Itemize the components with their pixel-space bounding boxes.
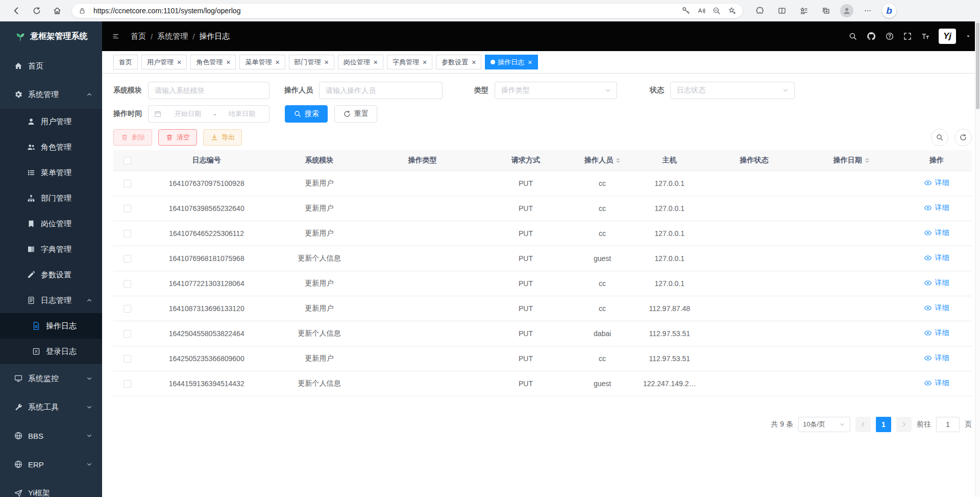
url-text[interactable]: https://ccnetcore.com:1101/system/log/op…	[93, 7, 675, 15]
sidebar-item-角色管理[interactable]: 角色管理	[0, 134, 102, 160]
sidebar-item-字典管理[interactable]: 字典管理	[0, 236, 102, 262]
tab-用户管理[interactable]: 用户管理×	[141, 55, 187, 69]
row-checkbox[interactable]	[124, 180, 131, 187]
sidebar-item-BBS[interactable]: BBS	[0, 421, 102, 450]
prev-page-button[interactable]	[855, 417, 871, 432]
page-size-select[interactable]: 10条/页	[798, 417, 850, 432]
sidebar-item-菜单管理[interactable]: 菜单管理	[0, 160, 102, 185]
column-header-操作人员[interactable]: 操作人员	[573, 150, 632, 171]
column-header-操作日期[interactable]: 操作日期	[801, 150, 901, 171]
sidebar-item-系统管理[interactable]: 系统管理	[0, 80, 102, 109]
sidebar-item-登录日志[interactable]: 登录日志	[0, 339, 102, 364]
row-checkbox[interactable]	[124, 305, 131, 313]
reset-button[interactable]: 重置	[334, 105, 377, 123]
close-icon[interactable]: ×	[472, 59, 476, 66]
refresh-table-button[interactable]	[954, 129, 972, 146]
sort-icon[interactable]	[865, 158, 869, 163]
add-favorite-icon[interactable]	[727, 6, 737, 15]
browser-menu-button[interactable]	[860, 3, 875, 18]
module-input[interactable]	[148, 82, 270, 99]
tab-参数设置[interactable]: 参数设置×	[436, 55, 481, 69]
tab-首页[interactable]: 首页	[113, 55, 138, 69]
row-checkbox[interactable]	[124, 355, 131, 363]
collections-button[interactable]	[818, 3, 834, 18]
row-checkbox[interactable]	[124, 230, 131, 238]
address-bar[interactable]: https://ccnetcore.com:1101/system/log/op…	[71, 3, 743, 18]
detail-link[interactable]: 详细	[924, 228, 949, 238]
sidebar-item-岗位管理[interactable]: 岗位管理	[0, 211, 102, 236]
extensions-button[interactable]	[752, 3, 768, 18]
sidebar-item-首页[interactable]: 首页	[0, 52, 102, 80]
close-icon[interactable]: ×	[226, 59, 230, 66]
chevron-down-icon[interactable]	[965, 33, 972, 40]
detail-link[interactable]: 详细	[924, 203, 949, 212]
page-scrollbar[interactable]	[975, 21, 980, 497]
close-icon[interactable]: ×	[528, 59, 532, 66]
detail-link[interactable]: 详细	[924, 378, 949, 388]
close-icon[interactable]: ×	[423, 59, 427, 66]
toggle-search-button[interactable]	[931, 129, 948, 146]
hamburger-icon[interactable]	[110, 31, 121, 42]
sidebar-item-系统工具[interactable]: 系统工具	[0, 393, 102, 421]
bing-discover-icon[interactable]: b	[882, 4, 896, 18]
browser-refresh-button[interactable]	[28, 2, 46, 19]
search-icon[interactable]	[848, 32, 857, 41]
close-icon[interactable]: ×	[325, 59, 329, 66]
detail-link[interactable]: 详细	[924, 178, 949, 187]
sidebar-item-系统监控[interactable]: 系统监控	[0, 364, 102, 393]
sort-icon[interactable]	[616, 158, 620, 163]
sidebar-item-用户管理[interactable]: 用户管理	[0, 109, 102, 134]
tab-部门管理[interactable]: 部门管理×	[289, 55, 334, 69]
delete-button[interactable]: 删除	[113, 129, 152, 146]
read-aloud-icon[interactable]	[697, 6, 706, 15]
search-button[interactable]: 搜索	[285, 105, 328, 123]
help-icon[interactable]	[885, 32, 894, 41]
goto-page-input[interactable]	[936, 417, 960, 432]
detail-link[interactable]: 详细	[924, 328, 949, 338]
github-icon[interactable]	[866, 31, 876, 41]
select-all-checkbox[interactable]	[124, 157, 131, 164]
row-checkbox[interactable]	[124, 330, 131, 338]
tab-字典管理[interactable]: 字典管理×	[387, 55, 432, 69]
tab-角色管理[interactable]: 角色管理×	[190, 55, 236, 69]
sidebar-item-部门管理[interactable]: 部门管理	[0, 185, 102, 211]
row-checkbox[interactable]	[124, 205, 131, 212]
sidebar-item-Yi框架[interactable]: Yi框架	[0, 479, 102, 497]
row-checkbox[interactable]	[124, 255, 131, 263]
detail-link[interactable]: 详细	[924, 278, 949, 288]
tab-岗位管理[interactable]: 岗位管理×	[338, 55, 383, 69]
sidebar-item-日志管理[interactable]: 日志管理	[0, 288, 102, 313]
type-select[interactable]: 操作类型	[495, 82, 617, 99]
status-select[interactable]: 日志状态	[670, 82, 795, 99]
tab-操作日志[interactable]: 操作日志×	[485, 55, 537, 69]
row-checkbox[interactable]	[124, 380, 131, 388]
detail-link[interactable]: 详细	[924, 353, 949, 363]
sidebar-item-ERP[interactable]: ERP	[0, 450, 102, 479]
detail-link[interactable]: 详细	[924, 253, 949, 263]
app-logo[interactable]: 意框架管理系统	[0, 21, 102, 52]
sidebar-item-参数设置[interactable]: 参数设置	[0, 262, 102, 288]
close-icon[interactable]: ×	[374, 59, 378, 66]
browser-home-button[interactable]	[48, 2, 66, 19]
zoom-out-icon[interactable]	[712, 6, 721, 15]
date-range-picker[interactable]: 开始日期 - 结束日期	[148, 105, 270, 123]
close-icon[interactable]: ×	[177, 59, 181, 66]
tab-菜单管理[interactable]: 菜单管理×	[239, 55, 285, 69]
split-screen-button[interactable]	[774, 3, 790, 18]
browser-profile-avatar[interactable]	[840, 4, 853, 17]
breadcrumb-item[interactable]: 系统管理	[157, 32, 188, 41]
detail-link[interactable]: 详细	[924, 303, 949, 313]
sidebar-item-操作日志[interactable]: 操作日志	[0, 313, 102, 339]
next-page-button[interactable]	[896, 417, 912, 432]
user-avatar[interactable]: Yj	[939, 29, 956, 44]
export-button[interactable]: 导出	[203, 129, 242, 146]
scrollbar-thumb[interactable]	[976, 22, 979, 109]
fullscreen-icon[interactable]	[903, 32, 912, 41]
page-number-button[interactable]: 1	[876, 417, 891, 432]
favorites-button[interactable]	[796, 3, 812, 18]
browser-back-button[interactable]	[7, 2, 26, 19]
font-size-icon[interactable]	[921, 32, 930, 41]
row-checkbox[interactable]	[124, 280, 131, 288]
operator-input[interactable]	[319, 82, 443, 99]
password-key-icon[interactable]	[681, 6, 691, 15]
